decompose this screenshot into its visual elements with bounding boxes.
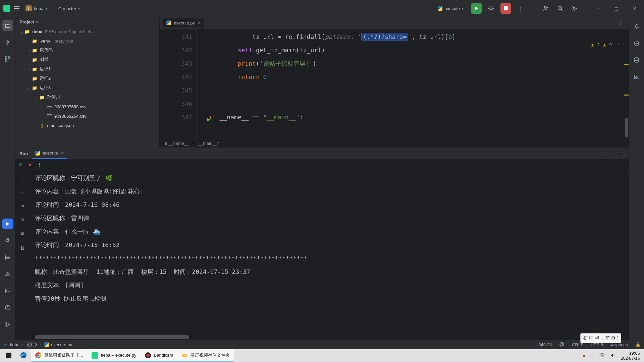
editor-scrollbar[interactable] bbox=[624, 41, 629, 130]
run-config-selector[interactable]: execute ▾ bbox=[435, 5, 466, 12]
readonly-indicator[interactable]: 🔓 bbox=[635, 342, 641, 347]
run-tab-execute[interactable]: execute ✕ bbox=[32, 148, 67, 159]
tree-item[interactable]: ⌄📁运行3 bbox=[15, 83, 159, 93]
breadcrumb-item[interactable]: execute.py bbox=[44, 342, 72, 347]
chevron-down-icon: ▾ bbox=[78, 7, 80, 10]
run-toolbar-more[interactable]: ⋮ bbox=[37, 162, 42, 167]
scrollbar-thumb[interactable] bbox=[625, 118, 628, 137]
stop-button[interactable] bbox=[500, 3, 511, 14]
tree-item[interactable]: 9090869264.csv bbox=[15, 111, 159, 121]
tree-root[interactable]: ⌄ 📁 tieba F:\PycharmProjects\tieba bbox=[15, 27, 159, 36]
project-tree[interactable]: ⌄ 📁 tieba F:\PycharmProjects\tieba ›📁.ve… bbox=[15, 27, 159, 147]
tree-item[interactable]: {}emoticon.json bbox=[15, 121, 159, 130]
svg-rect-24 bbox=[9, 355, 11, 358]
stop-process-button[interactable]: ■ bbox=[29, 162, 31, 167]
clear-button[interactable]: 🗑 bbox=[17, 243, 27, 252]
run-button[interactable] bbox=[471, 3, 482, 14]
tree-item-label: 运行2 bbox=[40, 75, 51, 81]
run-tool-button[interactable] bbox=[2, 219, 13, 229]
maximize-button[interactable]: ▢ bbox=[610, 0, 623, 17]
taskbar-item[interactable] bbox=[1, 349, 16, 362]
chrome-icon bbox=[35, 352, 42, 359]
structure-tool-button[interactable] bbox=[2, 54, 13, 64]
taskbar-item-label: tieba – execute.py bbox=[101, 353, 137, 358]
folder-icon: 📁 bbox=[32, 48, 38, 53]
close-tab-button[interactable]: ✕ bbox=[198, 20, 201, 25]
titlebar: T tieba ▾ master ▾ execute ▾ ⋮ bbox=[0, 0, 644, 17]
problems-tool-button[interactable] bbox=[2, 302, 13, 313]
editor-code[interactable]: tz_url = re.findall(pattern: '(.*?)?shar… bbox=[197, 29, 629, 139]
editor-body[interactable]: 341342343344345346347 tz_url = re.findal… bbox=[160, 29, 629, 139]
rerun-button[interactable]: ↻ bbox=[19, 162, 22, 167]
scroll-to-end-button[interactable]: ⇲ bbox=[17, 215, 27, 224]
debug-button[interactable] bbox=[486, 4, 496, 13]
settings-button[interactable] bbox=[570, 4, 579, 13]
python-icon bbox=[44, 342, 49, 347]
vcs-tool-button[interactable] bbox=[2, 319, 13, 330]
tray-clock[interactable]: 19:06 2024/7/16 bbox=[621, 351, 640, 361]
horizontal-scrollbar[interactable] bbox=[35, 335, 189, 339]
more-actions-button[interactable]: ⋮ bbox=[516, 4, 525, 13]
tree-item[interactable]: ›📁原代码 bbox=[15, 46, 159, 55]
services-tool-button[interactable] bbox=[2, 252, 13, 263]
commit-tool-button[interactable] bbox=[2, 37, 13, 48]
tray-volume-icon[interactable] bbox=[610, 352, 616, 359]
project-selector[interactable]: T tieba ▾ bbox=[23, 4, 50, 13]
ai-assistant-button[interactable] bbox=[632, 38, 642, 48]
print-button[interactable]: 🖶 bbox=[17, 229, 27, 238]
run-output[interactable]: 评论区昵称：宁可别黑了 🌿评论内容：回复 @小隰微隰:好捏[花心]评论时间：20… bbox=[29, 170, 629, 340]
run-more-button[interactable]: ⋮ bbox=[601, 149, 610, 158]
tree-item[interactable]: ›📁运行2 bbox=[15, 74, 159, 83]
minimize-button[interactable]: ─ bbox=[592, 0, 605, 17]
prev-highlight-button[interactable]: ˄ bbox=[617, 42, 620, 47]
tree-item-label: 9089797668.csv bbox=[54, 104, 86, 109]
tree-item[interactable]: ⌄📁孙笑川 bbox=[15, 93, 159, 102]
svg-point-12 bbox=[7, 275, 8, 275]
output-line: 评论时间：2024-7-16 16:52 bbox=[35, 238, 629, 252]
tree-item[interactable]: ›📁.venvlibrary root bbox=[15, 36, 159, 46]
svg-rect-22 bbox=[9, 353, 11, 355]
inspection-summary[interactable]: ▲ 2 ▲ 9 ˄ ˅ bbox=[591, 42, 625, 47]
project-tool-button[interactable] bbox=[2, 20, 13, 31]
svg-point-7 bbox=[7, 41, 9, 43]
main-menu-button[interactable] bbox=[14, 6, 19, 10]
notifications-button[interactable] bbox=[632, 21, 642, 32]
tray-ime-icon[interactable]: ㊥ bbox=[590, 353, 594, 359]
python-packages-button[interactable] bbox=[2, 235, 13, 246]
tree-item[interactable]: ›📁运行1 bbox=[15, 64, 159, 74]
tree-item[interactable]: 9089797668.csv bbox=[15, 102, 159, 111]
ime-toolbar[interactable]: 拼 中 ⏎ ，简 ⚙ ⁝ bbox=[580, 333, 621, 343]
tree-item[interactable]: ›📁测试 bbox=[15, 55, 159, 64]
project-panel-header[interactable]: Project ▾ bbox=[15, 17, 159, 27]
breadcrumb-item[interactable]: tieba bbox=[10, 342, 19, 347]
taskbar-item[interactable] bbox=[16, 349, 31, 362]
tray-recording-icon[interactable]: ● bbox=[583, 353, 585, 358]
tree-item-label: 运行1 bbox=[40, 66, 51, 72]
taskbar-item[interactable]: Bandicam bbox=[141, 349, 177, 362]
breadcrumb-item[interactable]: 运行3 bbox=[26, 342, 38, 348]
taskbar-item[interactable]: 录屏视频存储文件夹 bbox=[177, 349, 234, 362]
sciview-tool-button[interactable] bbox=[632, 72, 642, 82]
output-line: 评论内容：什么一眼 🛳️ bbox=[35, 225, 629, 238]
git-branch-selector[interactable]: master ▾ bbox=[53, 5, 83, 12]
code-with-me-button[interactable] bbox=[541, 4, 551, 13]
taskbar-item[interactable]: tieba – execute.py bbox=[88, 349, 141, 362]
scroll-down-button[interactable]: ↓ bbox=[17, 187, 27, 196]
hide-run-button[interactable]: — bbox=[615, 149, 625, 158]
tray-wifi-icon[interactable] bbox=[599, 352, 605, 359]
caret-position[interactable]: 349:23 bbox=[538, 342, 552, 347]
editor-tab-execute[interactable]: execute.py ✕ bbox=[163, 18, 204, 27]
close-run-tab-button[interactable]: ✕ bbox=[61, 151, 64, 156]
close-button[interactable]: ✕ bbox=[628, 0, 641, 17]
database-tool-button[interactable] bbox=[632, 55, 642, 65]
soft-wrap-button[interactable]: ⇥ bbox=[17, 201, 27, 210]
editor-more-button[interactable]: ⋮ bbox=[616, 18, 625, 27]
editor-breadcrumb[interactable]: if __name__ == "__main__" bbox=[160, 139, 629, 147]
python-console-button[interactable] bbox=[2, 269, 13, 280]
more-tool-button[interactable]: ⋯ bbox=[2, 70, 13, 81]
scroll-up-button[interactable]: ↑ bbox=[17, 173, 27, 182]
terminal-tool-button[interactable] bbox=[2, 286, 13, 296]
search-everywhere-button[interactable] bbox=[555, 4, 565, 13]
line-separator[interactable] bbox=[559, 342, 565, 348]
taskbar-item[interactable]: 鼠鼠狠狠破防了【… bbox=[31, 349, 88, 362]
